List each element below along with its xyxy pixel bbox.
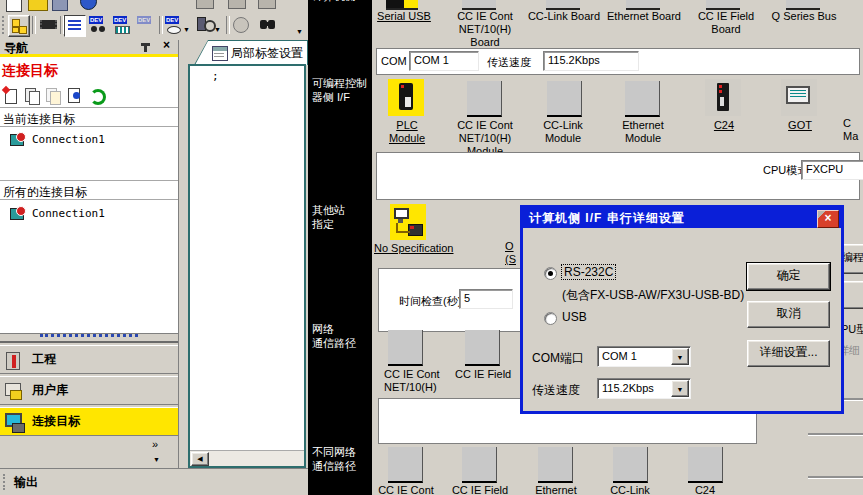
nav-button-connection-destination[interactable]: 连接目标 bbox=[0, 407, 178, 436]
diff-cc-link-label[interactable]: CC-Link bbox=[600, 484, 660, 495]
property-info-icon[interactable] bbox=[66, 87, 82, 103]
dialog-close-icon[interactable] bbox=[817, 210, 839, 228]
cc-ie-cont-module-icon[interactable] bbox=[467, 81, 502, 117]
toolbar-overflow-icon[interactable] bbox=[296, 24, 303, 36]
scroll-left-icon[interactable] bbox=[191, 452, 209, 466]
cc-ie-cont-board-icon[interactable] bbox=[462, 0, 496, 10]
dropdown-arrow-icon[interactable] bbox=[183, 22, 190, 34]
diff-cc-link-icon[interactable] bbox=[613, 447, 648, 483]
cc-ie-field-board-label[interactable]: CC IE Field Board bbox=[684, 10, 768, 36]
ethernet-board-icon[interactable] bbox=[626, 0, 660, 10]
diff-cc-ie-field-label[interactable]: CC IE Field bbox=[450, 484, 510, 495]
list-view-icon[interactable] bbox=[64, 15, 86, 37]
usb-radio[interactable] bbox=[544, 312, 557, 325]
net-cc-ie-field-icon[interactable] bbox=[465, 330, 500, 366]
other-station-partial-label[interactable]: O (S bbox=[505, 240, 520, 268]
dev-tag: DEV bbox=[113, 16, 127, 24]
toolbar-row1-icon[interactable] bbox=[196, 0, 214, 9]
combo-arrow-icon[interactable] bbox=[671, 348, 689, 365]
binoculars-find-icon[interactable] bbox=[258, 15, 278, 35]
ok-button[interactable]: 确定 bbox=[747, 263, 830, 290]
cancel-button[interactable]: 取消 bbox=[747, 301, 830, 328]
cc-link-board-label[interactable]: CC-Link Board bbox=[526, 10, 602, 23]
diff-c24-label[interactable]: C24 bbox=[675, 484, 735, 495]
detail-setting-button[interactable]: 详细设置... bbox=[747, 340, 830, 367]
diff-cc-ie-cont-label[interactable]: CC IE Cont bbox=[376, 484, 436, 495]
module-config-icon[interactable] bbox=[37, 15, 57, 35]
tree-view-icon[interactable] bbox=[8, 15, 30, 37]
cc-ie-field-board-icon[interactable] bbox=[706, 0, 740, 10]
horizontal-scrollbar[interactable] bbox=[190, 450, 304, 466]
c24-icon[interactable] bbox=[705, 79, 741, 116]
got-icon[interactable] bbox=[781, 79, 817, 116]
cc-link-board-icon[interactable] bbox=[546, 0, 580, 10]
diff-ethernet-label[interactable]: Ethernet bbox=[526, 484, 586, 495]
c24-label[interactable]: C24 bbox=[690, 119, 758, 132]
diff-ethernet-icon[interactable] bbox=[538, 447, 573, 483]
ethernet-module-icon[interactable] bbox=[625, 81, 660, 117]
tree-item-connection1[interactable]: Connection1 bbox=[0, 131, 178, 147]
net-cc-ie-cont-icon[interactable] bbox=[388, 330, 423, 366]
cc-link-module-icon[interactable] bbox=[547, 81, 582, 117]
refresh-icon[interactable] bbox=[88, 87, 104, 103]
editor-area[interactable]: ; bbox=[188, 64, 306, 468]
combo-arrow-icon[interactable] bbox=[671, 380, 689, 397]
ethernet-board-label[interactable]: Ethernet Board bbox=[606, 10, 682, 23]
plc-module-icon[interactable] bbox=[388, 79, 424, 116]
help-circle-icon[interactable] bbox=[231, 15, 251, 35]
plc-item-partial-label[interactable]: C Ma bbox=[843, 117, 863, 143]
net-cc-ie-cont-label[interactable]: CC IE Cont NET/10(H) bbox=[384, 368, 462, 394]
serial-usb-label[interactable]: Serial USB bbox=[376, 10, 432, 23]
output-grip[interactable] bbox=[3, 474, 8, 490]
q-series-bus-label[interactable]: Q Series Bus bbox=[766, 10, 842, 23]
new-project-icon[interactable] bbox=[6, 0, 22, 12]
open-project-icon[interactable] bbox=[28, 0, 48, 11]
close-icon[interactable] bbox=[163, 38, 170, 52]
editor-content[interactable]: ; bbox=[212, 70, 219, 83]
help-icon[interactable] bbox=[80, 0, 97, 10]
cc-ie-cont-board-label[interactable]: CC IE Cont NET/10(H) Board bbox=[444, 10, 526, 49]
diff-cc-ie-field-icon[interactable] bbox=[462, 447, 497, 483]
chevron-collapse-icon[interactable] bbox=[153, 452, 160, 464]
nav-button-project[interactable]: 工程 bbox=[0, 345, 178, 374]
device-find-icon[interactable]: DEV bbox=[88, 15, 108, 35]
toolbar-grip[interactable] bbox=[2, 16, 7, 34]
device-table-icon[interactable]: DEV bbox=[112, 15, 132, 35]
com-port-label: COM端口 bbox=[532, 350, 584, 367]
serial-usb-icon[interactable] bbox=[386, 0, 418, 10]
cc-link-module-label[interactable]: CC-Link Module bbox=[524, 119, 602, 145]
diff-c24-icon[interactable] bbox=[688, 447, 723, 483]
copy-icon[interactable] bbox=[24, 87, 40, 103]
tree-item-connection1[interactable]: Connection1 bbox=[0, 205, 178, 221]
section-plc-side-if: 可编程控制 器侧 I/F bbox=[312, 76, 367, 104]
got-label[interactable]: GOT bbox=[766, 119, 834, 132]
new-connection-icon[interactable] bbox=[3, 87, 19, 103]
no-specification-icon[interactable] bbox=[390, 204, 426, 240]
usb-radio-label[interactable]: USB bbox=[562, 310, 587, 324]
dialog-title-bar[interactable]: 计算机侧 I/F 串行详细设置 bbox=[523, 208, 841, 228]
dropdown-arrow-icon[interactable] bbox=[214, 22, 221, 34]
plc-module-label[interactable]: PLC Module bbox=[378, 119, 436, 145]
net-cc-ie-field-label[interactable]: CC IE Field bbox=[455, 368, 529, 381]
time-check-field[interactable]: 5 bbox=[459, 289, 513, 309]
toolbar-row1-icon[interactable] bbox=[258, 0, 276, 9]
tab-local-label-setting[interactable]: 局部标签设置 bbox=[194, 40, 308, 65]
rs232c-radio-label[interactable]: RS-232C bbox=[562, 265, 615, 279]
ethernet-module-label[interactable]: Ethernet Module bbox=[604, 119, 682, 145]
chevron-more-icon[interactable] bbox=[152, 438, 158, 450]
gx-works2-window: DEV DEV DEV DEV bbox=[0, 0, 863, 495]
nav-button-user-library[interactable]: 用户库 bbox=[0, 376, 178, 405]
com-port-combobox[interactable]: COM 1 bbox=[597, 346, 691, 367]
save-project-icon[interactable] bbox=[52, 0, 68, 11]
device-watch-icon[interactable]: DEV bbox=[164, 15, 190, 35]
panel-splitter-handle[interactable] bbox=[40, 334, 138, 337]
toolbar-row1-icon[interactable] bbox=[228, 0, 246, 9]
transfer-setup-section-strip: 计算机侧 I/F 可编程控制 器侧 I/F 其他站 指定 网络 通信路径 不同网… bbox=[308, 0, 372, 495]
diff-cc-ie-cont-icon[interactable] bbox=[388, 447, 423, 483]
no-specification-label[interactable]: No Specification bbox=[374, 242, 484, 255]
baud-combobox[interactable]: 115.2Kbps bbox=[597, 378, 691, 399]
device-search-icon[interactable] bbox=[195, 15, 221, 35]
q-series-bus-icon[interactable] bbox=[786, 0, 820, 10]
connection-icon bbox=[10, 132, 26, 146]
rs232c-radio[interactable] bbox=[544, 267, 557, 280]
